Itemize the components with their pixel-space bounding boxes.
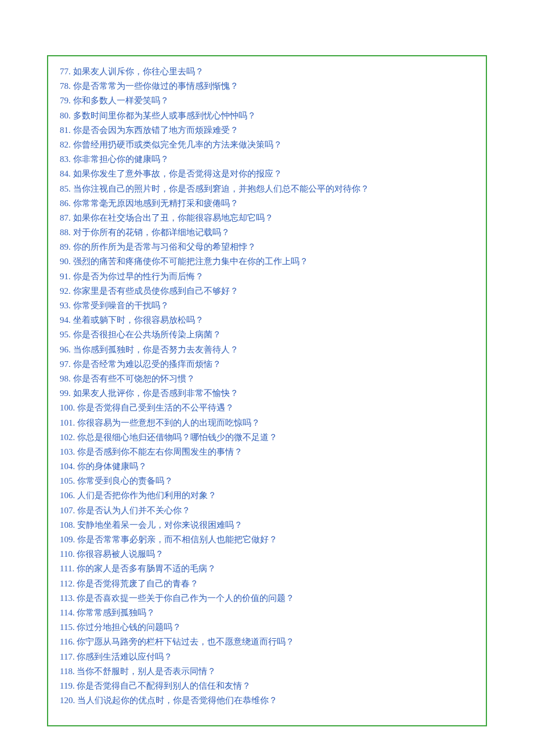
question-text: 你是否很担心在公共场所传染上病菌？ [73, 330, 221, 339]
question-item: 115. 你过分地担心钱的问题吗？ [60, 620, 474, 635]
question-item: 92. 你家里是否有些成员使你感到自己不够好？ [60, 284, 474, 298]
question-text: 如果友人批评你，你是否感到非常不愉快？ [73, 388, 239, 398]
question-text: 你的家人是否多有肠胃不适的毛病？ [77, 564, 216, 573]
question-item: 101. 你很容易为一些意想不到的人的出现而吃惊吗？ [60, 416, 474, 430]
question-text: 你非常担心你的健康吗？ [73, 154, 169, 164]
question-text: 你是否常常事必躬亲，而不相信别人也能把它做好？ [77, 535, 277, 544]
question-text: 你常受到良心的责备吗？ [77, 476, 173, 485]
question-item: 109. 你是否常常事必躬亲，而不相信别人也能把它做好？ [60, 532, 474, 547]
question-text: 你是否常常为一些你做过的事情感到惭愧？ [73, 81, 239, 91]
question-number: 105. [60, 476, 75, 485]
question-number: 114. [60, 608, 75, 617]
question-text: 如果你在社交场合出了丑，你能很容易地忘却它吗？ [73, 213, 273, 222]
question-text: 多数时间里你都为某些人或事感到忧心忡忡吗？ [73, 111, 256, 120]
question-text: 你的身体健康吗？ [77, 462, 147, 471]
question-text: 你是否为你过早的性行为而后悔？ [73, 272, 204, 281]
question-text: 你家里是否有些成员使你感到自己不够好？ [73, 286, 239, 296]
question-text: 你常常毫无原因地感到无精打采和疲倦吗？ [73, 199, 239, 208]
question-number: 103. [60, 447, 75, 456]
question-text: 你是否觉得自己受到生活的不公平待遇？ [77, 403, 234, 412]
question-item: 84. 如果你发生了意外事故，你是否觉得这是对你的报应？ [60, 167, 474, 181]
question-item: 90. 强烈的痛苦和疼痛使你不可能把注意力集中在你的工作上吗？ [60, 254, 474, 269]
question-text: 强烈的痛苦和疼痛使你不可能把注意力集中在你的工作上吗？ [73, 257, 308, 266]
question-text: 当人们说起你的优点时，你是否觉得他们在恭维你？ [77, 696, 277, 705]
question-text: 你常常感到孤独吗？ [77, 608, 155, 617]
question-text: 人们是否把你作为他们利用的对象？ [77, 491, 217, 500]
question-number: 109. [60, 535, 75, 544]
question-item: 83. 你非常担心你的健康吗？ [60, 152, 474, 167]
question-item: 100. 你是否觉得自己受到生活的不公平待遇？ [60, 401, 474, 415]
question-text: 坐着或躺下时，你很容易放松吗？ [73, 315, 204, 325]
question-number: 85. [60, 184, 71, 193]
question-number: 84. [60, 169, 71, 178]
question-item: 88. 对于你所有的花销，你都详细地记载吗？ [60, 225, 474, 240]
question-item: 97. 你是否经常为难以忍受的搔痒而烦恼？ [60, 357, 474, 372]
question-text: 你的所作所为是否常与习俗和父母的希望相悖？ [73, 242, 256, 251]
question-number: 77. [60, 67, 71, 76]
question-item: 77. 如果友人训斥你，你往心里去吗？ [60, 64, 474, 79]
question-text: 你总是很细心地归还借物吗？哪怕钱少的微不足道？ [77, 433, 277, 442]
question-number: 117. [60, 652, 75, 661]
question-number: 92. [60, 286, 71, 296]
question-number: 94. [60, 315, 71, 325]
question-item: 87. 如果你在社交场合出了丑，你能很容易地忘却它吗？ [60, 211, 474, 225]
question-text: 你是否有些不可饶恕的怀习惯？ [73, 374, 195, 383]
question-number: 120. [60, 696, 75, 705]
question-number: 111. [60, 564, 74, 573]
question-text: 你是否会因为东西放错了地方而烦躁难受？ [73, 125, 239, 135]
question-item: 81. 你是否会因为东西放错了地方而烦躁难受？ [60, 123, 474, 138]
question-number: 112. [60, 579, 75, 588]
question-item: 85. 当你注视自己的照片时，你是否感到窘迫，并抱怨人们总不能公平的对待你？ [60, 182, 474, 196]
question-item: 96. 当你感到孤独时，你是否努力去友善待人？ [60, 343, 474, 357]
question-number: 91. [60, 272, 71, 281]
question-number: 108. [60, 520, 75, 530]
question-number: 96. [60, 345, 71, 354]
question-item: 108. 安静地坐着呆一会儿，对你来说很困难吗？ [60, 518, 474, 532]
question-text: 你是否感到你不能左右你周围发生的事情？ [77, 447, 243, 456]
question-item: 113. 你是否喜欢提一些关于你自己作为一个人的价值的问题？ [60, 591, 474, 606]
question-number: 79. [60, 96, 71, 105]
question-number: 80. [60, 111, 71, 120]
question-item: 111. 你的家人是否多有肠胃不适的毛病？ [60, 561, 474, 576]
question-text: 你常受到噪音的干扰吗？ [73, 301, 169, 310]
question-item: 94. 坐着或躺下时，你很容易放松吗？ [60, 313, 474, 327]
question-item: 78. 你是否常常为一些你做过的事情感到惭愧？ [60, 79, 474, 93]
question-item: 116. 你宁愿从马路旁的栏杆下钻过去，也不愿意绕道而行吗？ [60, 635, 474, 649]
question-item: 119. 你是否觉得自己不配得到别人的信任和友情？ [60, 679, 474, 693]
question-number: 106. [60, 491, 75, 500]
question-number: 87. [60, 213, 71, 222]
question-item: 118. 当你不舒服时，别人是否表示同情？ [60, 664, 474, 679]
question-number: 104. [60, 462, 75, 471]
question-text: 当你感到孤独时，你是否努力去友善待人？ [73, 345, 239, 354]
question-item: 106. 人们是否把你作为他们利用的对象？ [60, 488, 474, 503]
question-number: 88. [60, 228, 71, 237]
question-text: 你是否觉得荒废了自己的青春？ [77, 579, 199, 588]
document-frame: 77. 如果友人训斥你，你往心里去吗？78. 你是否常常为一些你做过的事情感到惭… [47, 55, 487, 726]
question-item: 117. 你感到生活难以应付吗？ [60, 650, 474, 664]
question-number: 97. [60, 359, 71, 369]
question-text: 如果你发生了意外事故，你是否觉得这是对你的报应？ [73, 169, 282, 178]
question-number: 95. [60, 330, 71, 339]
question-item: 107. 你是否认为人们并不关心你？ [60, 503, 474, 518]
question-number: 99. [60, 388, 71, 398]
question-number: 89. [60, 242, 71, 251]
question-item: 82. 你曾经用扔硬币或类似完全凭几率的方法来做决策吗？ [60, 138, 474, 152]
question-number: 110. [60, 549, 75, 559]
question-item: 120. 当人们说起你的优点时，你是否觉得他们在恭维你？ [60, 693, 474, 708]
question-item: 114. 你常常感到孤独吗？ [60, 606, 474, 620]
question-text: 如果友人训斥你，你往心里去吗？ [73, 67, 204, 76]
question-number: 119. [60, 681, 75, 690]
question-text: 你过分地担心钱的问题吗？ [77, 622, 181, 632]
question-number: 98. [60, 374, 71, 383]
question-number: 113. [60, 593, 75, 603]
question-item: 103. 你是否感到你不能左右你周围发生的事情？ [60, 445, 474, 459]
question-number: 90. [60, 257, 71, 266]
question-text: 你很容易为一些意想不到的人的出现而吃惊吗？ [77, 418, 260, 427]
question-text: 你和多数人一样爱笑吗？ [73, 96, 169, 105]
question-item: 89. 你的所作所为是否常与习俗和父母的希望相悖？ [60, 240, 474, 254]
question-item: 79. 你和多数人一样爱笑吗？ [60, 93, 474, 108]
question-item: 104. 你的身体健康吗？ [60, 459, 474, 474]
question-text: 安静地坐着呆一会儿，对你来说很困难吗？ [77, 520, 243, 530]
question-item: 105. 你常受到良心的责备吗？ [60, 474, 474, 488]
question-item: 112. 你是否觉得荒废了自己的青春？ [60, 577, 474, 591]
